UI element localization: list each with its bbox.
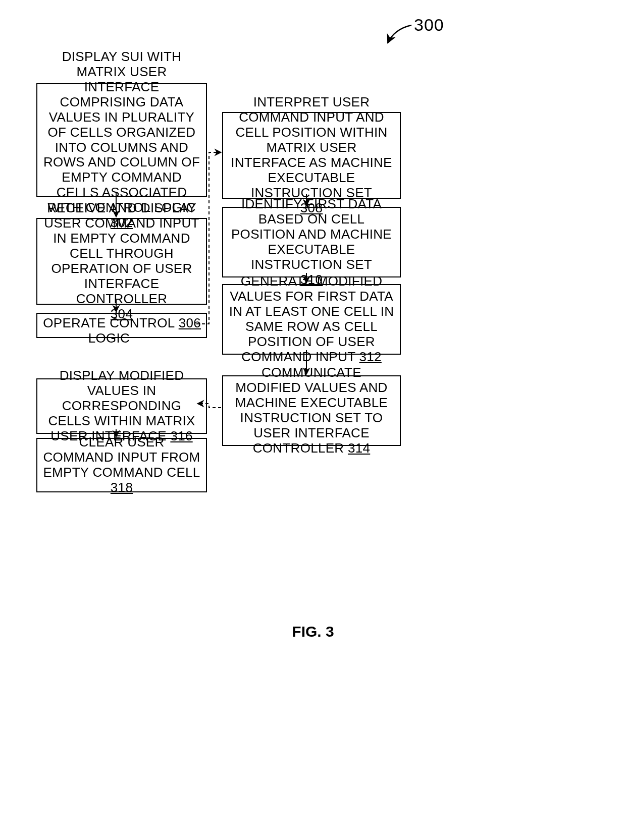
step-316: DISPLAY MODIFIED VALUES IN CORRESPONDING… [36, 378, 207, 434]
step-310-text: IDENTIFY FIRST DATA BASED ON CELL POSITI… [228, 197, 395, 272]
step-312: GENERATE MODIFIED VALUES FOR FIRST DATA … [222, 284, 401, 355]
step-306-text: OPERATE CONTROL LOGIC [42, 316, 176, 335]
step-304: RECEIVE AND DISPLAY USER COMMAND INPUT I… [36, 218, 207, 305]
step-304-text: RECEIVE AND DISPLAY USER COMMAND INPUT I… [42, 201, 201, 306]
step-306-ref: 306 [179, 316, 201, 335]
step-306: OPERATE CONTROL LOGIC 306 [36, 313, 207, 338]
figure-caption: FIG. 3 [0, 623, 626, 640]
step-302-text: DISPLAY SUI WITH MATRIX USER INTERFACE C… [42, 49, 201, 215]
step-318: CLEAR USER COMMAND INPUT FROM EMPTY COMM… [36, 438, 207, 492]
step-308: INTERPRET USER COMMAND INPUT AND CELL PO… [222, 112, 401, 199]
step-318-text: CLEAR USER COMMAND INPUT FROM EMPTY COMM… [42, 435, 201, 480]
step-314-ref: 314 [348, 440, 370, 456]
step-318-ref: 318 [42, 480, 201, 495]
step-314: COMMUNICATE MODIFIED VALUES AND MACHINE … [222, 375, 401, 446]
step-308-text: INTERPRET USER COMMAND INPUT AND CELL PO… [228, 95, 395, 200]
flowchart-page: 300 DISPLAY SUI WITH MATRIX USER INTERFA… [0, 0, 626, 840]
step-310: IDENTIFY FIRST DATA BASED ON CELL POSITI… [222, 207, 401, 277]
figure-number-label: 300 [414, 15, 444, 35]
step-302: DISPLAY SUI WITH MATRIX USER INTERFACE C… [36, 83, 207, 197]
step-312-ref: 312 [359, 349, 382, 364]
